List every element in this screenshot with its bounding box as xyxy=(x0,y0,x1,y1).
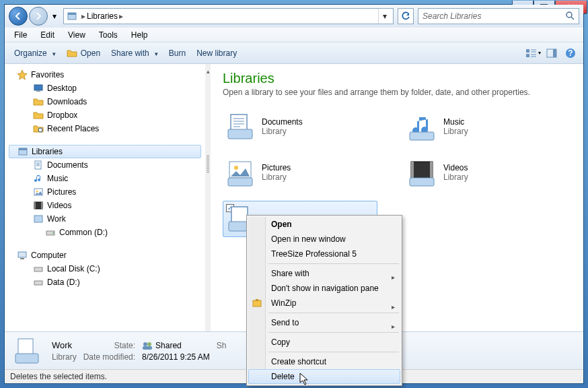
tree-item-downloads[interactable]: Downloads xyxy=(5,95,205,108)
context-menu: Open Open in new window TreeSize Profess… xyxy=(246,215,402,386)
ctx-share-with[interactable]: Share with xyxy=(248,266,400,281)
svg-rect-16 xyxy=(35,161,41,169)
search-input[interactable]: Search Libraries xyxy=(418,8,579,24)
svg-text:?: ? xyxy=(568,48,573,58)
tree-item-data-d[interactable]: Data (D:) xyxy=(5,276,205,289)
svg-rect-42 xyxy=(15,354,38,363)
details-date-value: 8/26/2011 9:25 AM xyxy=(142,352,210,362)
svg-rect-31 xyxy=(410,132,434,140)
view-options-button[interactable]: ▾ xyxy=(524,46,542,61)
chevron-right-icon[interactable]: ▸ xyxy=(80,11,87,21)
forward-button[interactable] xyxy=(29,7,48,26)
music-icon xyxy=(33,173,44,184)
menu-file[interactable]: File xyxy=(7,29,34,41)
ctx-copy[interactable]: Copy xyxy=(248,335,400,350)
menu-view[interactable]: View xyxy=(61,29,92,41)
menu-help[interactable]: Help xyxy=(124,29,155,41)
svg-rect-27 xyxy=(34,267,42,271)
new-library-button[interactable]: New library xyxy=(191,46,242,60)
details-state-label: State: xyxy=(83,341,135,350)
svg-rect-26 xyxy=(20,258,24,259)
svg-rect-37 xyxy=(430,162,433,178)
svg-rect-6 xyxy=(526,54,529,57)
svg-rect-46 xyxy=(253,300,261,306)
library-icon xyxy=(33,214,44,224)
svg-point-43 xyxy=(143,342,147,346)
folder-open-icon xyxy=(67,48,77,59)
details-state-value: Shared xyxy=(155,341,182,350)
svg-rect-20 xyxy=(34,202,36,209)
tree-item-recent[interactable]: Recent Places xyxy=(5,122,205,135)
tree-item-music[interactable]: Music xyxy=(5,172,205,185)
ctx-treesize[interactable]: TreeSize Professional 5 xyxy=(248,247,400,261)
tree-computer[interactable]: Computer xyxy=(5,249,205,262)
command-bar: Organize Open Share with Burn New librar… xyxy=(5,42,583,64)
back-button[interactable] xyxy=(9,7,28,26)
details-thumbnail-icon xyxy=(13,337,42,364)
ctx-open[interactable]: Open xyxy=(248,217,400,232)
nav-history-dropdown[interactable]: ▾ xyxy=(49,9,59,24)
tree-item-common-d[interactable]: Common (D:) xyxy=(5,226,205,239)
computer-icon xyxy=(17,250,28,261)
library-music[interactable]: MusicLibrary xyxy=(404,109,559,144)
ctx-delete[interactable]: Delete xyxy=(248,369,400,384)
splitter[interactable]: ▴ xyxy=(205,64,211,331)
refresh-button[interactable] xyxy=(398,8,414,24)
picture-icon xyxy=(33,187,44,197)
tree-item-documents[interactable]: Documents xyxy=(5,158,205,172)
details-date-label: Date modified: xyxy=(83,352,135,362)
chevron-right-icon[interactable]: ▸ xyxy=(118,11,124,21)
library-pictures[interactable]: PicturesLibrary xyxy=(223,155,377,190)
svg-rect-8 xyxy=(553,49,556,57)
tree-item-work[interactable]: Work xyxy=(5,212,205,226)
open-button[interactable]: Open xyxy=(61,46,106,61)
tree-favorites[interactable]: Favorites xyxy=(5,68,205,82)
tree-item-videos[interactable]: Videos xyxy=(5,199,205,212)
svg-rect-34 xyxy=(228,178,252,186)
svg-point-24 xyxy=(52,232,54,234)
library-documents[interactable]: DocumentsLibrary xyxy=(223,109,377,144)
svg-point-4 xyxy=(566,12,572,18)
menu-bar: File Edit View Tools Help xyxy=(5,28,583,42)
music-icon xyxy=(407,112,437,141)
drive-icon xyxy=(45,227,56,238)
tree-libraries[interactable]: Libraries xyxy=(9,145,201,158)
navigation-pane: Favorites Desktop Downloads Dropbox Rece… xyxy=(5,64,205,331)
ctx-send-to[interactable]: Send to xyxy=(248,315,400,330)
winzip-icon xyxy=(252,298,262,309)
share-with-button[interactable]: Share with xyxy=(106,46,163,60)
svg-rect-5 xyxy=(526,49,529,53)
videos-icon xyxy=(407,158,437,187)
page-title: Libraries xyxy=(223,71,571,86)
address-dropdown[interactable]: ▾ xyxy=(378,9,390,24)
address-bar[interactable]: ▸ Libraries ▸ ▾ xyxy=(63,8,394,24)
help-button[interactable]: ? xyxy=(562,46,579,61)
pictures-icon xyxy=(225,158,255,187)
ctx-winzip[interactable]: WinZip xyxy=(248,296,400,311)
ctx-dont-show-nav[interactable]: Don't show in navigation pane xyxy=(248,281,400,296)
tree-item-desktop[interactable]: Desktop xyxy=(5,82,205,95)
svg-rect-25 xyxy=(18,252,26,257)
tree-item-local-c[interactable]: Local Disk (C:) xyxy=(5,262,205,276)
organize-button[interactable]: Organize xyxy=(9,46,61,60)
tree-item-pictures[interactable]: Pictures xyxy=(5,185,205,199)
svg-point-13 xyxy=(38,128,42,132)
menu-edit[interactable]: Edit xyxy=(34,29,61,41)
preview-pane-button[interactable] xyxy=(543,46,560,61)
ctx-create-shortcut[interactable]: Create shortcut xyxy=(248,354,400,369)
svg-point-44 xyxy=(147,342,151,346)
svg-point-33 xyxy=(234,166,238,170)
menu-tools[interactable]: Tools xyxy=(92,29,124,41)
search-icon xyxy=(565,11,575,22)
svg-rect-28 xyxy=(34,281,42,285)
libraries-icon xyxy=(67,11,77,22)
breadcrumb-root[interactable]: Libraries xyxy=(87,11,118,21)
library-videos[interactable]: VideosLibrary xyxy=(404,155,559,190)
burn-button[interactable]: Burn xyxy=(163,46,191,60)
svg-rect-21 xyxy=(41,202,42,209)
documents-icon xyxy=(225,112,255,141)
ctx-open-new-window[interactable]: Open in new window xyxy=(248,232,400,247)
svg-rect-47 xyxy=(256,299,258,301)
tree-item-dropbox[interactable]: Dropbox xyxy=(5,108,205,122)
recent-icon xyxy=(33,123,44,134)
